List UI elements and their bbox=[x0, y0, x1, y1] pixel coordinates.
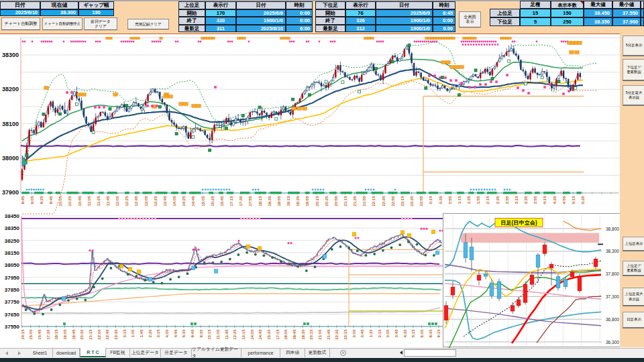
svg-text:37,300: 37,300 bbox=[606, 294, 619, 299]
svg-text:2:55: 2:55 bbox=[505, 196, 509, 204]
svg-text:20:55: 20:55 bbox=[334, 196, 338, 206]
svg-text:18:15: 18:15 bbox=[54, 329, 58, 340]
svg-text:0:45: 0:45 bbox=[360, 329, 364, 338]
svg-text:10:15: 10:15 bbox=[207, 329, 211, 340]
svg-text:3:35: 3:35 bbox=[524, 196, 528, 204]
svg-text:11:45: 11:45 bbox=[225, 329, 229, 340]
svg-text:4:35: 4:35 bbox=[553, 196, 557, 204]
svg-text:22:45: 22:45 bbox=[105, 329, 109, 340]
svg-text:2:30: 2:30 bbox=[148, 329, 152, 338]
svg-text:22:55: 22:55 bbox=[391, 196, 395, 206]
svg-text:4:30: 4:30 bbox=[403, 329, 407, 338]
svg-text:21:55: 21:55 bbox=[362, 196, 366, 206]
svg-text:9:05: 9:05 bbox=[30, 196, 34, 204]
svg-text:17:15: 17:15 bbox=[276, 329, 280, 340]
svg-text:10:05: 10:05 bbox=[58, 196, 62, 206]
svg-text:15:05: 15:05 bbox=[201, 196, 205, 206]
svg-text:37550: 37550 bbox=[5, 324, 20, 330]
svg-text:4:55: 4:55 bbox=[562, 196, 566, 204]
svg-text:15:25: 15:25 bbox=[211, 196, 215, 206]
svg-text:38450: 38450 bbox=[5, 213, 20, 219]
svg-text:2:35: 2:35 bbox=[496, 196, 500, 204]
svg-text:20:15: 20:15 bbox=[315, 196, 319, 206]
svg-text:14:15: 14:15 bbox=[21, 329, 25, 340]
svg-text:14:25: 14:25 bbox=[182, 196, 186, 206]
svg-text:38050: 38050 bbox=[5, 262, 20, 268]
svg-text:14:05: 14:05 bbox=[172, 196, 176, 206]
svg-text:10:45: 10:45 bbox=[78, 196, 82, 206]
svg-text:22:15: 22:15 bbox=[372, 196, 376, 206]
svg-text:13:25: 13:25 bbox=[154, 196, 158, 206]
svg-text:13:45: 13:45 bbox=[163, 196, 167, 206]
svg-text:37750: 37750 bbox=[5, 299, 20, 305]
svg-text:8:45: 8:45 bbox=[21, 196, 25, 204]
svg-text:38,300: 38,300 bbox=[606, 249, 619, 253]
svg-text:4:45: 4:45 bbox=[174, 329, 178, 338]
svg-text:15:30: 15:30 bbox=[267, 329, 271, 340]
svg-text:12:25: 12:25 bbox=[125, 196, 129, 206]
svg-text:14:45: 14:45 bbox=[191, 196, 195, 206]
svg-text:19:15: 19:15 bbox=[286, 196, 290, 206]
svg-text:0:35: 0:35 bbox=[439, 196, 443, 204]
svg-text:9:30: 9:30 bbox=[199, 329, 203, 338]
svg-text:6:00: 6:00 bbox=[420, 329, 424, 338]
svg-text:17:35: 17:35 bbox=[239, 196, 243, 206]
svg-text:0:15: 0:15 bbox=[429, 196, 433, 204]
svg-text:19:00: 19:00 bbox=[63, 329, 67, 340]
svg-text:19:35: 19:35 bbox=[296, 196, 300, 206]
svg-text:9:25: 9:25 bbox=[40, 196, 44, 204]
svg-text:8:45: 8:45 bbox=[191, 329, 195, 338]
svg-text:17:55: 17:55 bbox=[248, 196, 252, 206]
svg-text:12:05: 12:05 bbox=[115, 196, 119, 206]
svg-text:13:15: 13:15 bbox=[241, 329, 246, 340]
svg-text:11:00: 11:00 bbox=[216, 329, 220, 340]
svg-text:18:35: 18:35 bbox=[268, 196, 272, 206]
svg-text:19:45: 19:45 bbox=[72, 329, 76, 340]
svg-text:36,300: 36,300 bbox=[606, 340, 619, 345]
svg-text:9:15: 9:15 bbox=[437, 329, 441, 338]
svg-text:0:55: 0:55 bbox=[448, 196, 452, 204]
svg-text:17:30: 17:30 bbox=[46, 329, 50, 340]
svg-text:21:00: 21:00 bbox=[318, 329, 322, 340]
svg-text:18:55: 18:55 bbox=[277, 196, 281, 206]
svg-text:38200: 38200 bbox=[2, 86, 19, 93]
svg-text:21:35: 21:35 bbox=[353, 196, 357, 206]
svg-text:5:35: 5:35 bbox=[581, 196, 585, 204]
svg-text:1:30: 1:30 bbox=[369, 329, 373, 338]
svg-text:36,800: 36,800 bbox=[606, 317, 619, 322]
svg-text:18:00: 18:00 bbox=[284, 329, 288, 340]
svg-text:11:05: 11:05 bbox=[87, 196, 91, 206]
svg-text:23:30: 23:30 bbox=[114, 329, 118, 340]
svg-text:1:35: 1:35 bbox=[467, 196, 471, 204]
svg-text:22:30: 22:30 bbox=[335, 329, 339, 340]
svg-text:37650: 37650 bbox=[5, 312, 20, 318]
svg-text:5:15: 5:15 bbox=[411, 329, 415, 338]
svg-text:37,800: 37,800 bbox=[606, 272, 619, 276]
svg-text:4:15: 4:15 bbox=[543, 196, 547, 204]
svg-text:22:35: 22:35 bbox=[382, 196, 386, 206]
svg-text:38350: 38350 bbox=[5, 225, 20, 231]
svg-text:17:15: 17:15 bbox=[229, 196, 233, 206]
svg-text:38,800: 38,800 bbox=[606, 227, 619, 231]
svg-text:12:45: 12:45 bbox=[134, 196, 138, 206]
svg-text:23:15: 23:15 bbox=[343, 329, 347, 340]
svg-text:14:45: 14:45 bbox=[258, 329, 262, 340]
svg-text:37850: 37850 bbox=[5, 287, 20, 293]
svg-text:1:00: 1:00 bbox=[131, 329, 135, 338]
svg-text:8:30: 8:30 bbox=[429, 329, 433, 338]
svg-text:15:00: 15:00 bbox=[29, 329, 33, 340]
svg-text:38300: 38300 bbox=[2, 52, 19, 58]
svg-text:20:35: 20:35 bbox=[325, 196, 329, 206]
svg-text:12:30: 12:30 bbox=[233, 329, 237, 340]
svg-text:23:15: 23:15 bbox=[400, 196, 405, 206]
svg-text:18:15: 18:15 bbox=[258, 196, 262, 206]
svg-text:3:00: 3:00 bbox=[386, 329, 390, 338]
svg-text:0:00: 0:00 bbox=[352, 329, 356, 338]
svg-text:21:45: 21:45 bbox=[327, 329, 331, 340]
svg-text:11:25: 11:25 bbox=[97, 196, 101, 206]
svg-text:15:45: 15:45 bbox=[38, 329, 42, 340]
svg-text:3:15: 3:15 bbox=[156, 329, 160, 338]
svg-text:11:45: 11:45 bbox=[106, 196, 110, 206]
svg-text:1:55: 1:55 bbox=[476, 196, 480, 204]
svg-text:10:25: 10:25 bbox=[68, 196, 72, 206]
